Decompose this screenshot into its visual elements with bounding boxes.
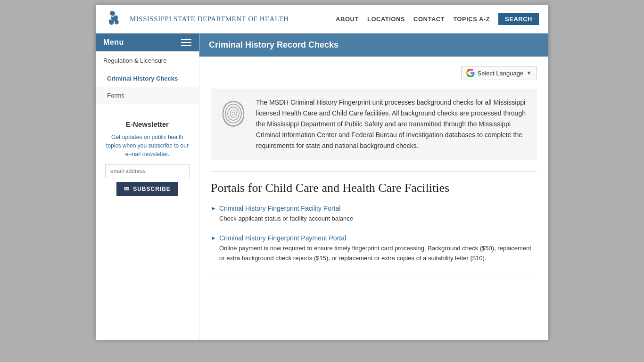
- envelope-icon: ✉: [124, 186, 129, 192]
- subscribe-button[interactable]: ✉ SUBSCRIBE: [116, 182, 178, 196]
- portal-item-1: ► Criminal History Fingerprint Facility …: [211, 205, 537, 224]
- enewsletter-title: E-Newsletter: [105, 120, 190, 128]
- svg-point-3: [230, 110, 237, 117]
- sidebar: Menu Regulation & Licensure Criminal His…: [96, 33, 199, 340]
- nav-locations[interactable]: LOCATIONS: [367, 16, 405, 23]
- intro-section: The MSDH Criminal History Fingerprint un…: [211, 89, 537, 160]
- portal-name-2: Criminal History Fingerprint Payment Por…: [219, 234, 346, 242]
- intro-text: The MSDH Criminal History Fingerprint un…: [256, 97, 528, 151]
- nav-about[interactable]: ABOUT: [336, 16, 359, 23]
- page-wrapper: Mississippi State Department of Health A…: [96, 5, 548, 340]
- logo-icon: [105, 9, 124, 28]
- main-body: Select Language ▼: [199, 57, 548, 293]
- fingerprint-icon: [219, 97, 248, 132]
- page-header-bar: Criminal History Record Checks: [199, 33, 548, 57]
- main-content: Criminal History Record Checks Select La…: [199, 33, 548, 340]
- portal-arrow-icon-1: ►: [211, 205, 216, 212]
- sidebar-item-forms[interactable]: Forms: [96, 87, 199, 104]
- translate-widget: Select Language ▼: [211, 66, 537, 80]
- portal-desc-1: Check applicant status or facility accou…: [219, 214, 537, 224]
- subscribe-label: SUBSCRIBE: [133, 186, 171, 192]
- nav-links: ABOUT LOCATIONS CONTACT TOPICS A-Z SEARC…: [336, 13, 539, 25]
- portal-link-2[interactable]: ► Criminal History Fingerprint Payment P…: [211, 234, 537, 242]
- sidebar-item-criminal-history[interactable]: Criminal History Checks: [96, 70, 199, 87]
- menu-bar[interactable]: Menu: [96, 33, 199, 51]
- portal-desc-2: Online payment is now required to ensure…: [219, 244, 537, 263]
- portal-link-1[interactable]: ► Criminal History Fingerprint Facility …: [211, 205, 537, 212]
- chevron-down-icon: ▼: [526, 70, 532, 76]
- sidebar-item-regulation[interactable]: Regulation & Licensure: [96, 51, 199, 70]
- site-title: Mississippi State Department of Health: [130, 15, 289, 23]
- content-layout: Menu Regulation & Licensure Criminal His…: [96, 33, 548, 340]
- hamburger-line-3: [181, 45, 191, 46]
- nav-topics[interactable]: TOPICS A-Z: [453, 16, 490, 23]
- search-button[interactable]: SEARCH: [498, 13, 539, 25]
- page-title: Criminal History Record Checks: [209, 40, 339, 50]
- enewsletter-description: Get updates on public health topics when…: [105, 133, 190, 158]
- nav-contact[interactable]: CONTACT: [413, 16, 445, 23]
- hamburger-icon: [181, 39, 191, 46]
- portals-section: Portals for Child Care and Health Care F…: [211, 181, 537, 263]
- divider-2: [211, 274, 537, 274]
- divider-1: [211, 171, 537, 172]
- svg-point-2: [228, 107, 239, 120]
- menu-label: Menu: [103, 38, 124, 47]
- svg-point-4: [232, 112, 235, 115]
- hamburger-line-1: [181, 39, 191, 40]
- hamburger-line-2: [181, 42, 191, 43]
- site-header: Mississippi State Department of Health A…: [96, 5, 548, 33]
- portals-title: Portals for Child Care and Health Care F…: [211, 181, 537, 195]
- translate-box[interactable]: Select Language ▼: [461, 66, 537, 80]
- portal-arrow-icon-2: ►: [211, 235, 216, 241]
- portal-name-1: Criminal History Fingerprint Facility Po…: [219, 205, 341, 212]
- email-input[interactable]: [105, 164, 190, 178]
- portal-item-2: ► Criminal History Fingerprint Payment P…: [211, 234, 537, 263]
- google-g-icon: [466, 69, 475, 77]
- svg-point-0: [223, 101, 244, 126]
- translate-label: Select Language: [478, 70, 524, 77]
- enewsletter-box: E-Newsletter Get updates on public healt…: [100, 114, 194, 203]
- logo-area: Mississippi State Department of Health: [105, 9, 289, 28]
